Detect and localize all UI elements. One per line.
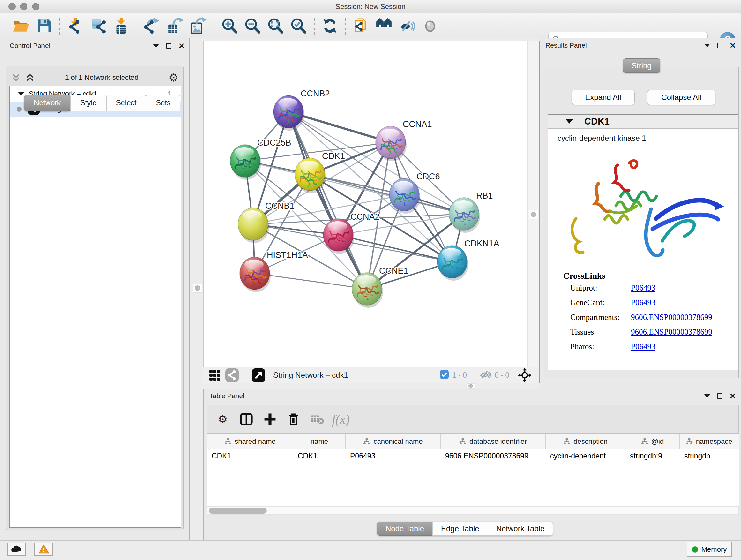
- close-window-button[interactable]: [8, 3, 16, 10]
- show-network-overview-button[interactable]: [374, 15, 395, 37]
- node-RB1[interactable]: [449, 198, 480, 233]
- cytoscape-window: Session: New Session ? Control Panel ✕ N…: [0, 0, 741, 560]
- cloud-status-button[interactable]: [7, 543, 25, 556]
- tab-node-table[interactable]: Node Table: [377, 522, 433, 536]
- import-table-from-file-button[interactable]: [111, 15, 132, 37]
- node-CDK1[interactable]: [295, 158, 326, 193]
- fit-selected-crosshair-icon[interactable]: [518, 368, 532, 382]
- tab-network[interactable]: Network: [24, 95, 71, 111]
- node-CCNB1[interactable]: [238, 208, 269, 243]
- function-builder-icon[interactable]: f(x): [333, 411, 349, 428]
- first-neighbors-button[interactable]: [351, 15, 372, 37]
- left-splitter-handle[interactable]: [193, 284, 202, 293]
- close-panel-icon[interactable]: ✕: [179, 43, 185, 49]
- column-header-shared-name[interactable]: shared name: [207, 434, 293, 449]
- crosslink-link[interactable]: 9606.ENSP00000378699: [631, 327, 712, 336]
- zoom-fit-content-button[interactable]: [265, 15, 286, 37]
- tab-sets[interactable]: Sets: [146, 95, 180, 111]
- column-header--id[interactable]: @id: [625, 434, 680, 449]
- tab-style[interactable]: Style: [70, 95, 106, 111]
- float-panel-icon[interactable]: [704, 394, 710, 398]
- warnings-button[interactable]: [35, 543, 53, 556]
- zoom-selected-button[interactable]: [288, 15, 309, 37]
- column-header-name[interactable]: name: [293, 434, 346, 449]
- open-session-button[interactable]: [10, 15, 31, 37]
- network-view-canvas[interactable]: CCNB2CCNA1CDC25BCDK1CDC6RB1CCNB1CCNA2CDK…: [203, 41, 527, 367]
- crosslink-link[interactable]: P06493: [631, 284, 655, 293]
- export-network-button[interactable]: [142, 15, 163, 37]
- export-image-button[interactable]: [188, 15, 209, 37]
- table-cell: cyclin-dependent ...: [546, 449, 625, 463]
- zoom-in-button[interactable]: [219, 15, 240, 37]
- memory-button[interactable]: Memory: [687, 542, 732, 557]
- import-network-from-database-button[interactable]: [88, 15, 109, 37]
- apply-layout-button[interactable]: [320, 15, 340, 37]
- grid-view-icon[interactable]: [208, 368, 222, 382]
- delete-column-trash-icon[interactable]: [285, 411, 302, 428]
- minimize-window-button[interactable]: [20, 3, 27, 10]
- node-HIST1H1A[interactable]: [240, 257, 271, 292]
- edge-HIST1H1A-CCNE1[interactable]: [255, 273, 367, 289]
- network-options-gear-icon[interactable]: ⚙: [169, 72, 179, 83]
- edge-CCNB2-CCNE1[interactable]: [288, 112, 367, 289]
- save-session-button[interactable]: [33, 15, 55, 37]
- node-CDKN1A[interactable]: [437, 246, 468, 281]
- horizontal-splitter-handle[interactable]: [467, 383, 475, 388]
- import-network-from-file-button[interactable]: [65, 15, 86, 37]
- maximize-window-button[interactable]: [32, 3, 39, 10]
- table-options-gear-icon[interactable]: ⚙: [214, 411, 231, 428]
- float-panel-icon[interactable]: [153, 44, 159, 48]
- undock-panel-icon[interactable]: [717, 393, 723, 399]
- first-neighbors-icon: [353, 17, 370, 35]
- node-label-CCNA2: CCNA2: [350, 212, 380, 222]
- table-horizontal-scrollbar[interactable]: [207, 506, 739, 515]
- crosslink-link[interactable]: P06493: [631, 298, 655, 307]
- collapse-arrow-icon[interactable]: [18, 92, 24, 96]
- show-columns-icon[interactable]: [238, 411, 255, 428]
- scrollbar-thumb[interactable]: [209, 508, 267, 514]
- show-graphics-details-button[interactable]: [420, 15, 441, 37]
- expand-all-icon[interactable]: [25, 73, 35, 82]
- collapse-all-icon[interactable]: [11, 73, 21, 82]
- column-header-namespace[interactable]: namespace: [680, 434, 738, 449]
- undock-panel-icon[interactable]: [717, 43, 723, 48]
- network-vertical-scrollbar[interactable]: [527, 41, 540, 367]
- node-CCNE1[interactable]: [352, 273, 383, 308]
- close-panel-icon[interactable]: ✕: [730, 43, 736, 48]
- column-header-canonical-name[interactable]: canonical name: [346, 434, 441, 449]
- tab-select[interactable]: Select: [106, 95, 146, 111]
- node-CDC25B[interactable]: [230, 145, 261, 180]
- selected-checkbox-icon[interactable]: [440, 370, 449, 381]
- column-header-description[interactable]: description: [546, 434, 625, 449]
- crosslink-link[interactable]: 9606.ENSP00000378699: [631, 313, 712, 322]
- export-table-button[interactable]: [165, 15, 186, 37]
- collapse-section-icon[interactable]: [566, 119, 573, 124]
- expand-all-button[interactable]: Expand All: [571, 90, 635, 105]
- column-header-database-identifier[interactable]: database identifier: [441, 434, 546, 449]
- undock-panel-icon[interactable]: [166, 43, 172, 49]
- import-table-from-file-icon: [113, 17, 130, 35]
- edge-CDK1-RB1[interactable]: [310, 174, 464, 214]
- birdseye-view-icon[interactable]: [252, 368, 266, 382]
- close-panel-icon[interactable]: ✕: [730, 393, 736, 399]
- gene-section-header[interactable]: CDK1: [548, 115, 738, 129]
- create-column-plus-icon[interactable]: [262, 411, 278, 428]
- float-panel-icon[interactable]: [704, 44, 710, 47]
- node-CCNA1[interactable]: [376, 126, 407, 161]
- crosslink-row: Uniprot:P06493: [570, 284, 738, 293]
- hidden-eye-icon[interactable]: [479, 368, 491, 382]
- node-CCNB2[interactable]: [273, 96, 305, 131]
- right-splitter-handle[interactable]: [529, 210, 538, 219]
- tab-network-table[interactable]: Network Table: [488, 522, 553, 536]
- memory-label: Memory: [701, 545, 727, 554]
- crosslink-label: GeneCard:: [570, 298, 631, 307]
- table-row[interactable]: CDK1CDK1P064939606.ENSP00000378699cyclin…: [207, 449, 739, 463]
- hide-graphics-details-button[interactable]: [397, 15, 418, 37]
- zoom-out-button[interactable]: [242, 15, 263, 37]
- tab-string[interactable]: String: [623, 58, 660, 73]
- collapse-all-button[interactable]: Collapse All: [647, 90, 716, 105]
- crosslink-link[interactable]: P06493: [631, 342, 655, 351]
- tab-edge-table[interactable]: Edge Table: [432, 522, 488, 536]
- network-share-icon[interactable]: [225, 368, 239, 382]
- delete-table-icon[interactable]: [309, 411, 326, 428]
